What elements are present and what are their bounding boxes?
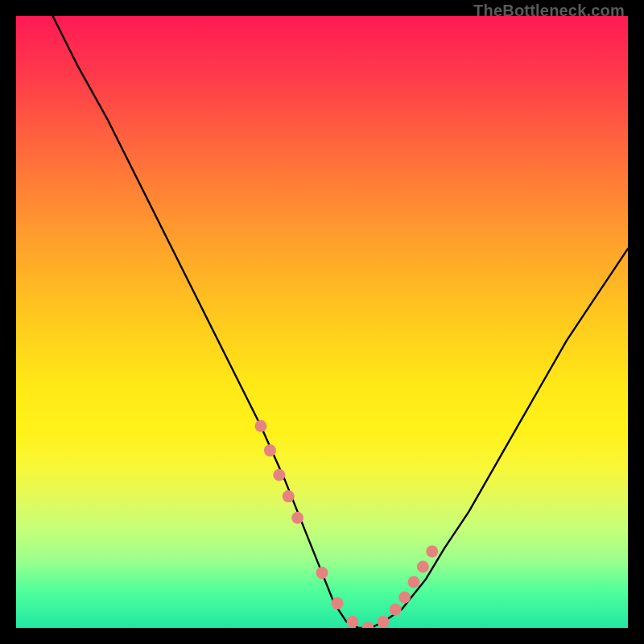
chart-overlay [16, 16, 628, 628]
highlight-dot [316, 567, 328, 579]
highlight-dot [291, 512, 303, 524]
highlight-dot [408, 576, 420, 588]
highlight-dot [390, 604, 402, 616]
highlight-dot [283, 490, 295, 502]
chart-frame: TheBottleneck.com [0, 0, 644, 644]
highlight-dot [378, 616, 390, 628]
highlight-dot [398, 592, 411, 604]
bottleneck-curve [53, 16, 628, 628]
highlight-dot [417, 561, 429, 573]
highlight-dot [332, 597, 344, 609]
highlight-dot [273, 469, 285, 481]
highlight-dot [362, 622, 374, 629]
highlight-dot [264, 444, 276, 456]
highlight-dot [426, 546, 438, 558]
highlight-dot [255, 420, 267, 432]
highlight-dot [347, 616, 359, 628]
